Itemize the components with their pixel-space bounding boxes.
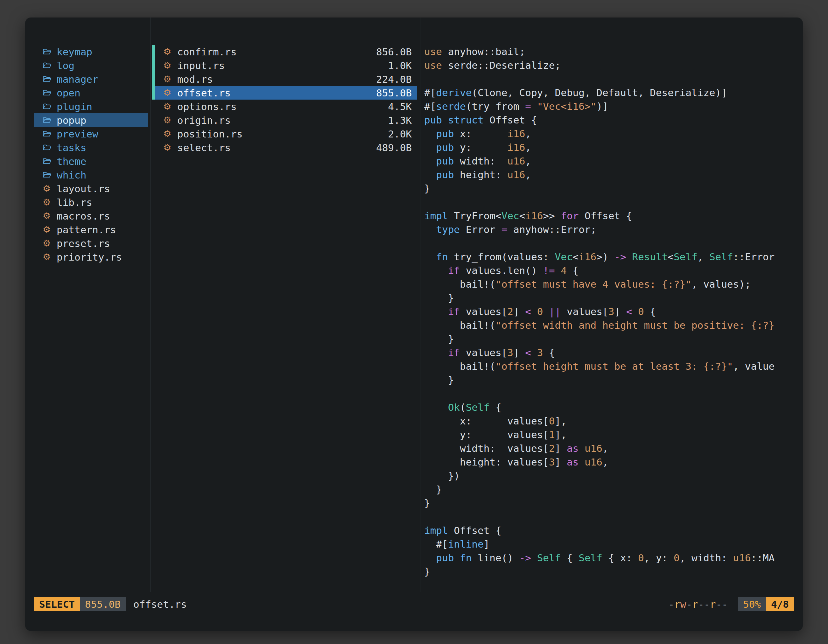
file-row-offset.rs[interactable]: ⚙offset.rs855.0B [155, 86, 417, 100]
code-line: Ok(Self { [424, 401, 803, 414]
file-row-position.rs[interactable]: ⚙position.rs2.0K [155, 127, 417, 141]
dir-label: popup [56, 114, 86, 126]
file-list-panel[interactable]: ⚙confirm.rs856.0B⚙input.rs1.0K⚙mod.rs224… [151, 17, 420, 592]
rust-file-icon: ⚙ [163, 61, 177, 70]
sidebar-dir-plugin[interactable]: plugin [34, 100, 148, 113]
code-line: pub struct Offset { [424, 113, 803, 127]
open-folder-icon [42, 116, 56, 124]
code-line: if values.len() != 4 { [424, 264, 803, 277]
code-line: bail!("offset height must be at least 3:… [424, 360, 803, 373]
code-line: } [424, 373, 803, 387]
rust-file-icon: ⚙ [42, 225, 56, 234]
rust-file-icon: ⚙ [163, 47, 177, 56]
code-line: pub fn line() -> Self { Self { x: 0, y: … [424, 551, 803, 565]
code-line: width: values[2] as u16, [424, 442, 803, 455]
file-size: 856.0B [376, 46, 412, 58]
mode-badge: SELECT [34, 597, 80, 611]
rust-file-icon: ⚙ [163, 75, 177, 84]
rust-file-icon: ⚙ [42, 198, 56, 207]
sidebar-file-lib.rs[interactable]: ⚙lib.rs [34, 195, 148, 209]
code-line: use anyhow::bail; [424, 45, 803, 58]
file-name: position.rs [177, 128, 381, 140]
open-folder-icon [42, 171, 56, 179]
file-label: macros.rs [56, 210, 110, 222]
cursor-position-badge: 4/8 [766, 597, 794, 611]
dir-label: log [56, 60, 74, 71]
open-folder-icon [42, 89, 56, 96]
code-line: type Error = anyhow::Error; [424, 223, 803, 237]
sidebar-dir-manager[interactable]: manager [34, 72, 148, 86]
code-line: pub height: u16, [424, 168, 803, 182]
code-line [424, 387, 803, 401]
code-line [424, 510, 803, 524]
code-line: x: values[0], [424, 414, 803, 428]
code-line: impl Offset { [424, 524, 803, 537]
file-label: pattern.rs [56, 224, 116, 235]
code-line: } [424, 332, 803, 346]
file-name: input.rs [177, 60, 381, 71]
code-line: } [424, 483, 803, 497]
dir-label: plugin [56, 101, 92, 112]
dir-label: keymap [56, 46, 92, 58]
code-line: } [424, 565, 803, 578]
file-row-select.rs[interactable]: ⚙select.rs489.0B [155, 141, 417, 154]
terminal-window: keymaplogmanageropenpluginpopuppreviewta… [25, 17, 803, 631]
rust-file-icon: ⚙ [42, 239, 56, 248]
code-line: pub y: i16, [424, 141, 803, 154]
sidebar-file-preset.rs[interactable]: ⚙preset.rs [34, 237, 148, 250]
sidebar-dir-preview[interactable]: preview [34, 127, 148, 141]
file-name: origin.rs [177, 114, 381, 126]
sidebar-dir-popup[interactable]: popup [34, 113, 148, 127]
code-line [424, 237, 803, 250]
sidebar-panel[interactable]: keymaplogmanageropenpluginpopuppreviewta… [25, 17, 151, 592]
file-row-options.rs[interactable]: ⚙options.rs4.5K [155, 100, 417, 113]
code-line: } [424, 182, 803, 195]
sidebar-file-priority.rs[interactable]: ⚙priority.rs [34, 250, 148, 264]
code-line: if values[2] < 0 || values[3] < 0 { [424, 305, 803, 318]
rust-file-icon: ⚙ [42, 212, 56, 221]
code-line: y: values[1], [424, 428, 803, 442]
file-row-confirm.rs[interactable]: ⚙confirm.rs856.0B [155, 45, 417, 58]
dir-label: preview [56, 128, 98, 140]
rust-file-icon: ⚙ [42, 184, 56, 193]
sidebar-dir-open[interactable]: open [34, 86, 148, 100]
dir-label: manager [56, 74, 98, 85]
status-filename: offset.rs [133, 599, 187, 610]
sidebar-dir-tasks[interactable]: tasks [34, 141, 148, 154]
sidebar-dir-theme[interactable]: theme [34, 154, 148, 168]
sidebar-file-pattern.rs[interactable]: ⚙pattern.rs [34, 223, 148, 237]
permissions: -rw-r--r-- [668, 599, 728, 610]
code-line: if values[3] < 3 { [424, 346, 803, 360]
sidebar-file-layout.rs[interactable]: ⚙layout.rs [34, 182, 148, 195]
code-line: bail!("offset width and height must be p… [424, 318, 803, 332]
sidebar-file-macros.rs[interactable]: ⚙macros.rs [34, 209, 148, 223]
preview-panel[interactable]: use anyhow::bail;use serde::Deserialize;… [420, 17, 803, 592]
code-line: #[inline] [424, 537, 803, 551]
sidebar-dir-log[interactable]: log [34, 58, 148, 72]
file-row-origin.rs[interactable]: ⚙origin.rs1.3K [155, 113, 417, 127]
dir-label: theme [56, 155, 86, 167]
file-name: offset.rs [177, 87, 370, 99]
open-folder-icon [42, 144, 56, 151]
file-row-mod.rs[interactable]: ⚙mod.rs224.0B [155, 72, 417, 86]
code-line: } [424, 497, 803, 510]
sidebar-dir-keymap[interactable]: keymap [34, 45, 148, 58]
file-label: preset.rs [56, 238, 110, 249]
code-line: fn try_from(values: Vec<i16>) -> Result<… [424, 250, 803, 264]
dir-label: which [56, 169, 86, 181]
file-size: 224.0B [376, 74, 412, 85]
rust-file-icon: ⚙ [163, 102, 177, 111]
file-size: 1.3K [388, 114, 412, 126]
code-line [424, 195, 803, 209]
file-size: 2.0K [388, 128, 412, 140]
open-folder-icon [42, 158, 56, 165]
file-row-input.rs[interactable]: ⚙input.rs1.0K [155, 58, 417, 72]
status-bar: SELECT 855.0B offset.rs -rw-r--r-- 50% 4… [25, 597, 803, 611]
code-line: pub x: i16, [424, 127, 803, 141]
sidebar-dir-which[interactable]: which [34, 168, 148, 182]
open-folder-icon [42, 103, 56, 110]
code-line: bail!("offset must have 4 values: {:?}",… [424, 277, 803, 291]
file-size: 489.0B [376, 142, 412, 154]
dir-label: tasks [56, 142, 86, 154]
open-folder-icon [42, 62, 56, 69]
